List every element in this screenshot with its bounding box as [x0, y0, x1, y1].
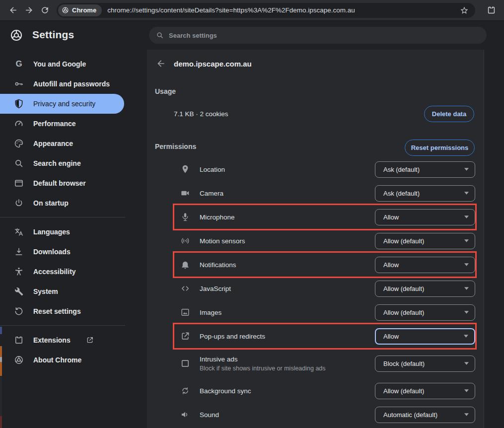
sidebar-item-appearance[interactable]: Appearance — [0, 134, 124, 153]
permission-dropdown-pop-ups-and-redirects[interactable]: Allow — [375, 328, 475, 345]
permission-dropdown-value: Allow — [383, 214, 464, 221]
permissions-list: Location Ask (default) Camera Ask (defau… — [174, 157, 475, 427]
sidebar-item-label: Privacy and security — [33, 100, 95, 108]
sidebar-item-extensions[interactable]: Extensions — [0, 330, 124, 350]
omnibox[interactable]: Chrome chrome://settings/content/siteDet… — [57, 3, 475, 18]
chrome-badge: Chrome — [58, 4, 102, 16]
sidebar-item-label: Extensions — [33, 336, 71, 344]
search-icon — [14, 158, 24, 168]
sidebar-item-label: Performance — [33, 120, 76, 128]
camera-icon — [180, 188, 190, 198]
chevron-down-icon — [464, 239, 469, 242]
sidebar-item-performance[interactable]: Performance — [0, 114, 124, 134]
permission-dropdown-location[interactable]: Ask (default) — [375, 161, 475, 178]
permission-row-motion-sensors: Motion sensors Allow (default) — [174, 229, 475, 253]
shield-icon — [14, 99, 24, 109]
sidebar-item-downloads[interactable]: Downloads — [0, 242, 124, 262]
reload-button[interactable] — [37, 2, 53, 18]
site-title: demo.ipscape.com.au — [174, 60, 252, 68]
permission-label: Sound — [200, 411, 371, 419]
reset-permissions-button[interactable]: Reset permissions — [405, 140, 475, 156]
bookmark-star-icon — [460, 6, 469, 15]
download-icon — [14, 247, 24, 257]
power-icon — [14, 198, 24, 208]
sidebar-item-label: Autofill and passwords — [33, 80, 110, 88]
back-arrow-icon — [156, 59, 166, 69]
permission-dropdown-motion-sensors[interactable]: Allow (default) — [375, 233, 475, 249]
accessibility-icon — [14, 267, 24, 277]
chevron-down-icon — [464, 389, 469, 392]
sidebar-item-label: System — [33, 287, 58, 295]
search-input[interactable] — [169, 32, 480, 39]
sidebar-item-label: Default browser — [33, 179, 86, 187]
permission-label: Location — [200, 166, 371, 173]
forward-button[interactable] — [21, 2, 37, 18]
sidebar-item-accessibility[interactable]: Accessibility — [0, 262, 124, 282]
palette-icon — [14, 139, 24, 148]
permission-label: Background sync — [200, 387, 371, 395]
permission-label: Microphone — [200, 214, 371, 221]
permission-dropdown-value: Allow — [383, 333, 464, 340]
permission-row-javascript: JavaScript Allow (default) — [174, 277, 475, 300]
permission-dropdown-value: Allow (default) — [383, 285, 464, 292]
sidebar-item-default-browser[interactable]: Default browser — [0, 173, 124, 193]
permission-dropdown-value: Ask (default) — [383, 190, 464, 197]
permission-dropdown-camera[interactable]: Ask (default) — [375, 185, 475, 202]
permission-row-images: Images Allow (default) — [174, 300, 475, 324]
permission-dropdown-background-sync[interactable]: Allow (default) — [375, 383, 475, 399]
javascript-icon — [180, 284, 190, 293]
sidebar-item-you-and-google[interactable]: GYou and Google — [0, 54, 124, 74]
sidebar-item-label: On startup — [33, 199, 69, 207]
permission-row-pop-ups-and-redirects: Pop-ups and redirects Allow — [174, 324, 475, 348]
settings-search[interactable] — [149, 27, 487, 44]
permission-row-camera: Camera Ask (default) — [174, 181, 475, 205]
reset-icon — [14, 306, 24, 316]
images-icon — [180, 307, 190, 317]
sidebar-divider — [0, 217, 125, 217]
permission-row-notifications: Notifications Allow — [174, 253, 475, 277]
permission-dropdown-value: Allow (default) — [383, 387, 464, 395]
sidebar-item-label: Downloads — [33, 248, 71, 256]
permission-dropdown-microphone[interactable]: Allow — [375, 209, 475, 225]
extensions-button[interactable] — [483, 2, 499, 18]
sidebar: GYou and GoogleAutofill and passwordsPri… — [0, 50, 147, 428]
sidebar-item-about-chrome[interactable]: About Chrome — [0, 350, 124, 370]
background-window-sliver — [0, 357, 2, 362]
permission-label: Intrusive ads — [200, 356, 371, 363]
permission-dropdown-value: Block (default) — [383, 360, 464, 367]
chrome-logo-icon — [14, 355, 24, 365]
permission-dropdown-sound[interactable]: Automatic (default) — [375, 407, 475, 423]
background-sync-icon — [180, 386, 190, 396]
sidebar-item-label: You and Google — [33, 60, 86, 68]
sidebar-item-search-engine[interactable]: Search engine — [0, 153, 124, 173]
back-button[interactable] — [5, 2, 21, 18]
permission-label: Images — [200, 309, 371, 316]
sidebar-item-languages[interactable]: Languages — [0, 222, 124, 242]
sidebar-item-reset-settings[interactable]: Reset settings — [0, 301, 124, 321]
sidebar-item-autofill-and-passwords[interactable]: Autofill and passwords — [0, 74, 124, 94]
sidebar-item-system[interactable]: System — [0, 282, 124, 301]
permission-dropdown-javascript[interactable]: Allow (default) — [375, 281, 475, 297]
url-bar[interactable]: chrome://settings/content/siteDetails?si… — [107, 6, 454, 14]
sidebar-item-label: Reset settings — [33, 307, 81, 315]
bookmark-star-button[interactable] — [458, 4, 470, 16]
permission-dropdown-intrusive-ads[interactable]: Block (default) — [375, 356, 475, 372]
permission-dropdown-images[interactable]: Allow (default) — [375, 304, 475, 321]
motion-sensors-icon — [180, 236, 190, 246]
usage-section-label: Usage — [155, 87, 176, 95]
notifications-icon — [180, 260, 190, 270]
sidebar-item-privacy-and-security[interactable]: Privacy and security — [0, 94, 124, 114]
site-back-button[interactable] — [153, 56, 169, 71]
permission-dropdown-value: Allow (default) — [383, 309, 464, 316]
delete-data-button[interactable]: Delete data — [424, 106, 474, 122]
permission-dropdown-notifications[interactable]: Allow — [375, 257, 475, 273]
background-window-sliver — [0, 362, 2, 376]
permission-dropdown-value: Allow — [383, 261, 464, 269]
sidebar-item-label: Search engine — [33, 159, 81, 167]
sidebar-item-label: Appearance — [33, 140, 73, 147]
google-g-icon: G — [14, 59, 24, 69]
background-window-sliver — [0, 416, 2, 428]
sidebar-item-on-startup[interactable]: On startup — [0, 193, 124, 213]
chevron-down-icon — [464, 413, 469, 416]
chevron-down-icon — [464, 192, 469, 195]
